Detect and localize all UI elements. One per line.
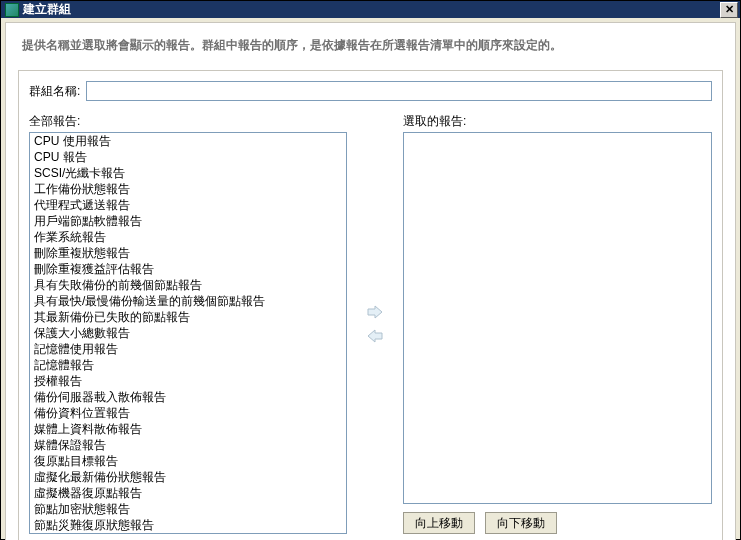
list-item[interactable]: 刪除重複狀態報告 <box>30 245 346 261</box>
list-item[interactable]: 備份伺服器載入散佈報告 <box>30 389 346 405</box>
list-item[interactable]: 保護大小總數報告 <box>30 325 346 341</box>
arrow-right-icon <box>367 305 383 319</box>
all-reports-column: 全部報告: CPU 使用報告CPU 報告SCSI/光纖卡報告工作備份狀態報告代理… <box>29 113 347 534</box>
list-item[interactable]: SCSI/光纖卡報告 <box>30 165 346 181</box>
selected-reports-listbox[interactable] <box>403 132 712 504</box>
selected-reports-column: 選取的報告: 向上移動 向下移動 <box>403 113 712 534</box>
arrow-left-icon <box>367 329 383 343</box>
list-item[interactable]: 代理程式遞送報告 <box>30 197 346 213</box>
list-item[interactable]: 復原點目標報告 <box>30 453 346 469</box>
group-name-label: 群組名稱: <box>29 83 80 100</box>
list-item[interactable]: 具有最快/最慢備份輸送量的前幾個節點報告 <box>30 293 346 309</box>
all-reports-label: 全部報告: <box>29 113 347 130</box>
list-item[interactable]: 其最新備份已失敗的節點報告 <box>30 309 346 325</box>
list-item[interactable]: 具有失敗備份的前幾個節點報告 <box>30 277 346 293</box>
list-item[interactable]: 記憶體報告 <box>30 357 346 373</box>
all-reports-listbox[interactable]: CPU 使用報告CPU 報告SCSI/光纖卡報告工作備份狀態報告代理程式遞送報告… <box>29 132 347 534</box>
list-item[interactable]: 刪除重複獲益評估報告 <box>30 261 346 277</box>
list-item[interactable]: 媒體保證報告 <box>30 437 346 453</box>
list-item[interactable]: 媒體上資料散佈報告 <box>30 421 346 437</box>
group-name-input[interactable] <box>86 81 712 101</box>
list-item[interactable]: 虛擬化最新備份狀態報告 <box>30 469 346 485</box>
dialog-description: 提供名稱並選取將會顯示的報告。群組中報告的順序，是依據報告在所選報告清單中的順序… <box>6 23 735 64</box>
window-title: 建立群組 <box>23 1 720 18</box>
list-item[interactable]: 節點災難復原狀態報告 <box>30 517 346 533</box>
move-down-button[interactable]: 向下移動 <box>485 512 557 534</box>
group-name-row: 群組名稱: <box>29 81 712 101</box>
list-item[interactable]: CPU 報告 <box>30 149 346 165</box>
content-area: 提供名稱並選取將會顯示的報告。群組中報告的順序，是依據報告在所選報告清單中的順序… <box>5 22 736 540</box>
list-item[interactable]: 記憶體使用報告 <box>30 341 346 357</box>
app-icon <box>5 3 19 17</box>
transfer-buttons-column <box>347 113 403 534</box>
title-bar: 建立群組 ✕ <box>1 1 740 18</box>
move-up-button[interactable]: 向上移動 <box>403 512 475 534</box>
close-icon: ✕ <box>725 3 734 15</box>
list-item[interactable]: 作業系統報告 <box>30 229 346 245</box>
list-item[interactable]: 工作備份狀態報告 <box>30 181 346 197</box>
list-item[interactable]: 節點加密狀態報告 <box>30 501 346 517</box>
remove-from-selected-button[interactable] <box>365 327 385 345</box>
inner-panel: 群組名稱: 全部報告: CPU 使用報告CPU 報告SCSI/光纖卡報告工作備份… <box>18 70 723 540</box>
close-button[interactable]: ✕ <box>720 2 738 18</box>
add-to-selected-button[interactable] <box>365 303 385 321</box>
lists-area: 全部報告: CPU 使用報告CPU 報告SCSI/光纖卡報告工作備份狀態報告代理… <box>29 113 712 534</box>
selected-reports-label: 選取的報告: <box>403 113 712 130</box>
list-item[interactable]: CPU 使用報告 <box>30 133 346 149</box>
list-item[interactable]: 備份資料位置報告 <box>30 405 346 421</box>
list-item[interactable]: 用戶端節點軟體報告 <box>30 213 346 229</box>
dialog-window: 建立群組 ✕ 提供名稱並選取將會顯示的報告。群組中報告的順序，是依據報告在所選報… <box>0 0 741 540</box>
list-item[interactable]: 虛擬機器復原點報告 <box>30 485 346 501</box>
move-buttons-row: 向上移動 向下移動 <box>403 512 712 534</box>
list-item[interactable]: 授權報告 <box>30 373 346 389</box>
